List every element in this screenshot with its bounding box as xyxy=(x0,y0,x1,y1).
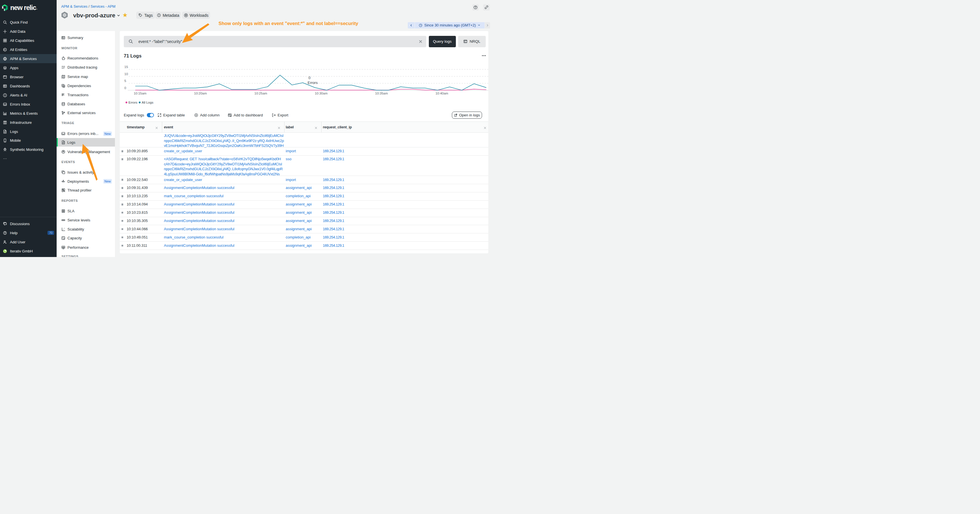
svg-text:15: 15 xyxy=(124,65,128,68)
svg-text:0: 0 xyxy=(124,86,126,89)
svg-text:Errors: Errors xyxy=(129,101,138,104)
svg-text:0: 0 xyxy=(309,76,310,80)
svg-text:10: 10 xyxy=(124,72,128,75)
svg-text:All Logs: All Logs xyxy=(142,101,153,104)
svg-text:Errors: Errors xyxy=(308,81,318,85)
svg-text:5: 5 xyxy=(124,79,126,83)
